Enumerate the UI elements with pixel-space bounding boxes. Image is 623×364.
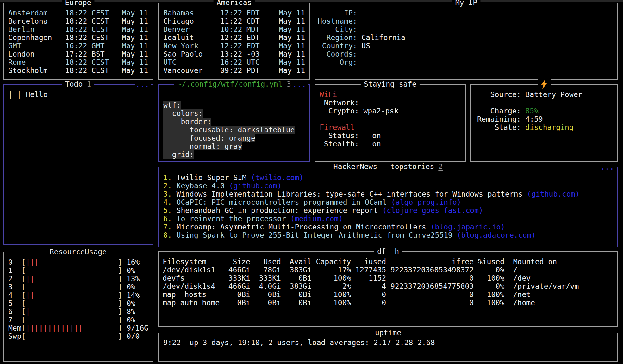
clock-row: Chicago 11:22 CDT May 11 — [163, 17, 305, 25]
story-rank: 4. — [163, 198, 172, 206]
story-rank: 5. — [163, 206, 172, 215]
gauge-bracket-close: ] — [118, 307, 122, 316]
df-row: /dev/disk1s4 466Gi 4.0Gi 383Gi 2% 4 9223… — [163, 282, 614, 290]
battery-field-label: Remaining: — [477, 115, 521, 123]
todo-item[interactable]: | | Hello — [8, 90, 148, 99]
gauge-list: 0 [ ||| ] 16% 1 [ ] 0% 2 [ || ] 13% — [4, 252, 153, 340]
battery-field-label: Charge: — [477, 107, 521, 115]
city-date: May 11 — [279, 50, 305, 58]
city-date: May 11 — [279, 66, 305, 75]
gauge-bar: || — [26, 291, 118, 299]
panel-hackernews[interactable]: HackerNews - topstories2 ... 1. Twilio S… — [158, 167, 618, 247]
security-info-text: WiFi — [320, 90, 337, 99]
hackernews-story[interactable]: 5. Shenandoah GC in production: experien… — [163, 206, 614, 215]
panel-config-file[interactable]: ~/.config/wtf/config.yml3 ... wtf: color… — [158, 84, 310, 162]
city-time: 18:22 — [65, 66, 87, 75]
panel-todo[interactable]: Todo1 ... | | Hello — [3, 84, 153, 245]
city-timezone: EDT — [246, 33, 264, 42]
clock-row: Rome 18:22 CEST May 11 — [8, 58, 148, 66]
battery-info-list: Source: Battery Power Charge: 85% Remain… — [471, 85, 617, 131]
usage-gauge: 2 [ || ] 13% — [8, 275, 149, 283]
gauge-bracket-open: [ — [22, 324, 26, 332]
city-name: Bahamas — [163, 9, 220, 17]
story-source-link[interactable]: (blog.adacore.com) — [457, 231, 536, 239]
hackernews-story[interactable]: 6. To reinvent the processor (medium.com… — [163, 215, 614, 223]
city-date: May 11 — [122, 66, 148, 75]
df-header-mounted-on: Mounted on — [513, 258, 557, 266]
city-date: May 11 — [122, 33, 148, 42]
clock-row: Bahamas 12:22 EDT May 11 — [163, 9, 305, 17]
story-source-link[interactable]: (twilio.com) — [251, 173, 303, 182]
ip-info-row: Country: US — [318, 42, 613, 50]
df-mounted-on: /private/var/vm — [513, 282, 579, 290]
city-time: 10:22 — [220, 25, 242, 33]
panel-title-my-ip: My IP — [452, 0, 480, 7]
city-timezone: -03 — [246, 50, 264, 58]
config-line: focused: orange — [163, 134, 309, 142]
hackernews-story[interactable]: 3. Windows Implementation Libraries: typ… — [163, 190, 614, 198]
lightning-bolt-icon — [541, 79, 548, 91]
hackernews-story[interactable]: 7. Microamp: Asymmetric Multi-Processing… — [163, 223, 614, 231]
panel-title-battery — [538, 79, 551, 89]
story-source-link[interactable]: (medium.com) — [290, 215, 343, 223]
story-source-link[interactable]: (clojure-goes-fast.com) — [382, 206, 483, 215]
df-size: 333Ki — [224, 274, 250, 282]
city-date: May 11 — [122, 42, 148, 50]
panel-title-df: df -h — [374, 247, 402, 255]
battery-info-row: Source: Battery Power — [477, 90, 613, 99]
hackernews-story[interactable]: 8. Using Spark to Prove 255-Bit Integer … — [163, 231, 614, 239]
city-time: 18:22 — [65, 58, 87, 66]
security-info-line: WiFi — [320, 90, 461, 99]
config-line: normal: gray — [163, 142, 309, 150]
df-header-ifree: ifree — [386, 258, 474, 266]
usage-gauge: 0 [ ||| ] 16% — [8, 258, 149, 266]
security-info-list: WiFi Network: Crypto: wpa2-psk Firewall … — [315, 85, 465, 148]
hackernews-story[interactable]: 1. Twilio Super SIM (twilio.com) — [163, 173, 614, 182]
df-row: /dev/disk1s1 466Gi 78Gi 383Gi 17% 127743… — [163, 266, 614, 274]
story-source-link[interactable]: (github.com) — [229, 182, 282, 190]
ip-field-label: Region: — [318, 33, 357, 42]
df-used: 0Bi — [250, 290, 281, 299]
gauge-value: 0% — [127, 283, 135, 291]
gauge-label: 4 — [8, 291, 22, 299]
security-info-line: Crypto: wpa2-psk — [320, 107, 461, 115]
security-info-line: Stealth: on — [320, 140, 461, 148]
df-header-used: Used — [250, 258, 281, 266]
ip-field-label: Country: — [318, 42, 357, 50]
ip-info-row: Region: California — [318, 33, 613, 42]
ip-info-row: Hostname: — [318, 17, 613, 25]
clock-row: Stockholm 18:22 CEST May 11 — [8, 66, 148, 75]
panel-title-text: Europe — [65, 0, 91, 7]
ip-info-row: Coords: — [318, 50, 613, 58]
panel-staying-safe: Staying safe WiFi Network: Crypto: wpa2-… — [315, 84, 466, 162]
panel-title-europe: Europe — [62, 0, 94, 7]
gauge-label: 2 — [8, 275, 22, 283]
gauge-bracket-open: [ — [22, 291, 26, 299]
df-filesystem: devfs — [163, 274, 224, 282]
panel-clocks-americas: Americas Bahamas 12:22 EDT May 11 Chicag… — [158, 3, 310, 80]
hackernews-story[interactable]: 4. OCaPIC: PIC microcontrollers programm… — [163, 198, 614, 206]
story-title: To reinvent the processor — [177, 215, 286, 223]
ip-field-value: US — [361, 42, 370, 50]
clock-row: Sao_Paolo 13:22 -03 May 11 — [163, 50, 305, 58]
df-ifree: 0 — [386, 274, 474, 282]
config-line-text: focusable: darkslateblue — [163, 126, 295, 134]
story-source-link[interactable]: (algo-prog.info) — [391, 198, 461, 206]
hackernews-story[interactable]: 2. Keybase 4.0 (github.com) — [163, 182, 614, 190]
df-capacity: 17% — [312, 266, 351, 274]
df-size: 0Bi — [224, 290, 250, 299]
city-name: Denver — [163, 25, 220, 33]
clock-row: Berlin 18:22 CEST May 11 — [8, 25, 148, 33]
panel-title-text: HackerNews - topstories — [333, 162, 434, 171]
gauge-bar — [26, 299, 118, 307]
city-time: 17:22 — [65, 50, 87, 58]
gauge-value: 0% — [127, 316, 135, 324]
story-source-link[interactable]: (blog.japaric.io) — [431, 223, 505, 231]
panel-title-text: Americas — [217, 0, 252, 7]
gauge-bar: ||||||||||||| — [26, 324, 118, 332]
security-info-text: Network: — [320, 99, 359, 107]
ip-info-row: City: — [318, 25, 613, 33]
usage-gauge: 6 [ | ] 8% — [8, 307, 149, 316]
story-source-link[interactable]: (github.com) — [527, 190, 579, 198]
city-name: Stockholm — [8, 66, 65, 75]
